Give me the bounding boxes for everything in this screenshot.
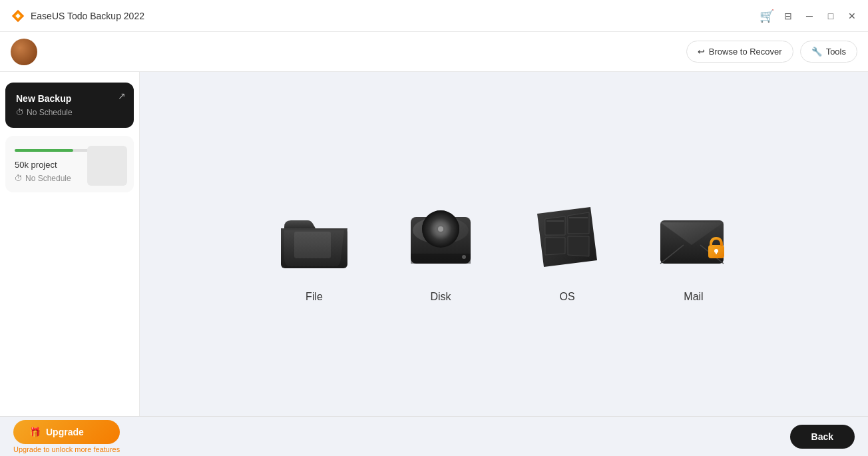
thumbnail [87, 146, 127, 186]
svg-rect-4 [294, 232, 331, 258]
browse-to-recover-button[interactable]: ↩ Browse to Recover [686, 41, 793, 63]
tools-icon: 🔧 [811, 47, 822, 57]
svg-rect-18 [716, 251, 717, 254]
upgrade-section: 🎁 Upgrade Upgrade to unlock more feature… [13, 420, 120, 453]
bookmark-button[interactable]: ⊟ [780, 8, 796, 24]
svg-rect-13 [546, 220, 564, 222]
app-logo: EaseUS Todo Backup 2022 [11, 9, 144, 23]
mail-label: Mail [684, 291, 703, 303]
mail-icon-container [650, 194, 737, 280]
back-button[interactable]: Back [790, 425, 855, 449]
disk-label: Disk [430, 291, 451, 303]
upgrade-button[interactable]: 🎁 Upgrade [13, 420, 120, 444]
main-layout: ↗ New Backup ⏱ No Schedule ✓ 50k project… [0, 72, 868, 424]
browse-recover-label: Browse to Recover [709, 47, 782, 57]
content-area: File [140, 72, 868, 424]
file-icon-container [271, 194, 357, 280]
sidebar: ↗ New Backup ⏱ No Schedule ✓ 50k project… [0, 72, 140, 424]
export-icon[interactable]: ↗ [118, 91, 126, 101]
upgrade-label: Upgrade [46, 427, 84, 437]
svg-point-12 [462, 255, 466, 259]
title-bar: EaseUS Todo Backup 2022 🛒 ⊟ ─ □ ✕ [0, 0, 868, 32]
svg-rect-11 [411, 254, 471, 264]
progress-fill [15, 149, 73, 152]
app-title: EaseUS Todo Backup 2022 [31, 11, 144, 21]
back-label: Back [811, 431, 833, 442]
browse-arrow-icon: ↩ [698, 47, 705, 57]
file-label: File [306, 291, 323, 303]
new-backup-card[interactable]: ↗ New Backup ⏱ No Schedule [5, 83, 134, 128]
window-controls: 🛒 ⊟ ─ □ ✕ [759, 8, 860, 24]
maximize-button[interactable]: □ [823, 8, 839, 24]
disk-icon [401, 197, 481, 277]
upgrade-hint: Upgrade to unlock more features [13, 445, 120, 453]
clock-icon-new: ⏱ [16, 108, 24, 117]
os-backup-type[interactable]: OS [524, 194, 610, 303]
file-backup-type[interactable]: File [271, 194, 357, 303]
disk-backup-type[interactable]: Disk [397, 194, 484, 303]
tools-label: Tools [826, 47, 846, 57]
file-icon [274, 197, 354, 277]
svg-point-10 [438, 226, 443, 232]
minimize-button[interactable]: ─ [801, 8, 817, 24]
os-label: OS [559, 291, 574, 303]
backup-types-grid: File [271, 194, 737, 303]
project-backup-card[interactable]: ✓ 50k project ⏱ No Schedule [5, 136, 134, 192]
mail-backup-type[interactable]: Mail [650, 194, 737, 303]
close-button[interactable]: ✕ [844, 8, 860, 24]
svg-rect-14 [569, 217, 588, 218]
new-backup-schedule: ⏱ No Schedule [16, 108, 123, 117]
mail-icon [654, 197, 734, 277]
os-icon-container [524, 194, 610, 280]
avatar-image [11, 39, 37, 65]
cart-button[interactable]: 🛒 [759, 8, 775, 24]
bottom-bar: 🎁 Upgrade Upgrade to unlock more feature… [0, 416, 868, 456]
disk-icon-container [397, 194, 484, 280]
tools-button[interactable]: 🔧 Tools [800, 41, 857, 63]
gift-icon: 🎁 [29, 427, 41, 437]
header-actions: ↩ Browse to Recover 🔧 Tools [686, 41, 857, 63]
os-icon [531, 200, 604, 274]
logo-icon [11, 9, 25, 23]
avatar [11, 39, 37, 65]
new-backup-title: New Backup [16, 93, 123, 104]
header-area: ↩ Browse to Recover 🔧 Tools [0, 32, 868, 72]
clock-icon-project: ⏱ [15, 174, 23, 183]
